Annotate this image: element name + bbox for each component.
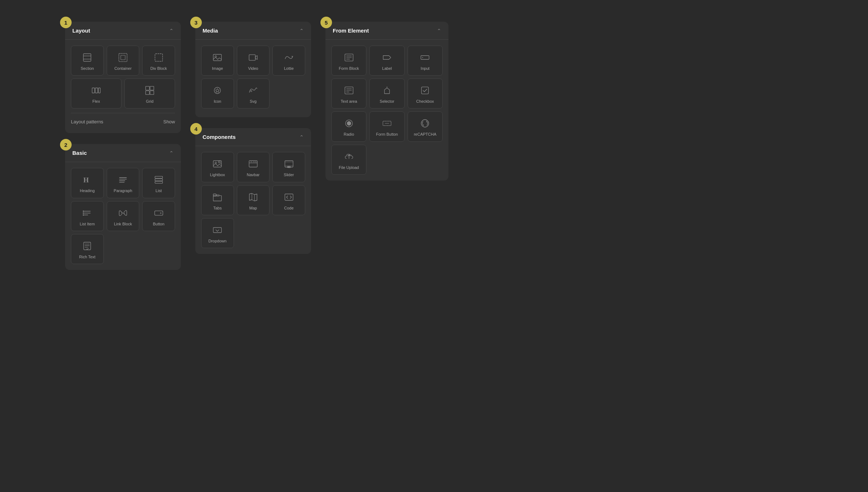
svg-rect-19 <box>155 179 162 181</box>
formbutton-item[interactable]: Form Button <box>369 111 404 141</box>
icon-label: Icon <box>214 99 221 104</box>
listitem-item[interactable]: List Item <box>71 201 104 231</box>
svg-rect-10 <box>150 86 154 90</box>
badge-1: 1 <box>60 17 72 28</box>
tabs-label: Tabs <box>213 206 222 211</box>
svg-point-34 <box>215 56 217 57</box>
formblock-item[interactable]: Form Block <box>331 46 366 76</box>
icon-item[interactable]: Icon <box>201 79 234 109</box>
svg-rect-9 <box>146 86 150 90</box>
list-label: List <box>156 188 162 193</box>
linkblock-icon <box>117 207 129 219</box>
heading-label: Heading <box>80 188 95 193</box>
lottie-icon <box>283 52 295 63</box>
button-item[interactable]: Button <box>142 201 175 231</box>
tabs-item[interactable]: Tabs <box>201 185 234 215</box>
recaptcha-icon <box>419 118 431 129</box>
lottie-item[interactable]: Lottie <box>272 46 305 76</box>
divblock-item[interactable]: Div Block <box>142 46 175 76</box>
svg-rect-47 <box>285 161 293 167</box>
grid-item[interactable]: Grid <box>124 79 175 109</box>
heading-item[interactable]: H Heading <box>71 168 104 198</box>
form-element-panel: From Element ⌃ Form Block <box>326 22 448 181</box>
checkbox-item[interactable]: Checkbox <box>408 79 443 109</box>
checkbox-label: Checkbox <box>416 99 434 104</box>
svg-point-52 <box>289 166 291 168</box>
input-item[interactable]: Input <box>408 46 443 76</box>
label-label: Label <box>382 66 392 71</box>
layout-patterns-label: Layout patterns <box>71 119 103 124</box>
svg-text:H: H <box>84 176 89 184</box>
input-label: Input <box>421 66 429 71</box>
paragraph-icon <box>117 174 129 186</box>
svg-point-39 <box>215 162 217 164</box>
form-element-collapse-icon[interactable]: ⌃ <box>437 28 441 34</box>
components-items-grid: Lightbox Navbar <box>201 152 305 215</box>
svg-point-73 <box>347 122 351 126</box>
icon-icon <box>212 85 223 96</box>
media-items-grid: Image Video <box>201 46 305 109</box>
svg-rect-5 <box>155 54 162 62</box>
dropdown-label: Dropdown <box>208 239 226 243</box>
textarea-label: Text area <box>341 99 357 104</box>
selector-item[interactable]: Selector <box>369 79 404 109</box>
svg-rect-54 <box>213 194 216 196</box>
radio-icon <box>343 118 355 129</box>
code-item[interactable]: Code <box>272 185 305 215</box>
recaptcha-item[interactable]: reCAPTCHA <box>408 111 443 141</box>
map-item[interactable]: Map <box>237 185 270 215</box>
slider-item[interactable]: Slider <box>272 152 305 182</box>
container-item[interactable]: Container <box>107 46 140 76</box>
navbar-item[interactable]: Navbar <box>237 152 270 182</box>
radio-item[interactable]: Radio <box>331 111 366 141</box>
slider-label: Slider <box>284 173 294 177</box>
richtext-label: Rich Text <box>79 255 95 259</box>
svg-point-36 <box>214 87 221 94</box>
lottie-label: Lottie <box>284 66 294 71</box>
lightbox-item[interactable]: Lightbox <box>201 152 234 182</box>
checkbox-icon <box>419 85 431 96</box>
dropdown-icon <box>212 224 223 236</box>
flex-label: Flex <box>93 99 100 104</box>
container-label: Container <box>114 66 132 71</box>
flex-item[interactable]: Flex <box>71 79 122 109</box>
section-icon <box>81 52 93 63</box>
textarea-item[interactable]: Text area <box>331 79 366 109</box>
image-item[interactable]: Image <box>201 46 234 76</box>
label-item[interactable]: Label <box>369 46 404 76</box>
formbutton-label: Form Button <box>376 132 398 137</box>
components-collapse-icon[interactable]: ⌃ <box>299 134 304 140</box>
basic-panel: Basic ⌃ H Heading <box>65 144 181 270</box>
richtext-item[interactable]: Rich Text <box>71 234 104 264</box>
layout-patterns-show[interactable]: Show <box>163 119 175 124</box>
list-item-el[interactable]: List <box>142 168 175 198</box>
layout-collapse-icon[interactable]: ⌃ <box>169 28 174 34</box>
svg-rect-6 <box>92 88 95 93</box>
dropdown-item[interactable]: Dropdown <box>201 218 234 248</box>
paragraph-item[interactable]: Paragraph <box>107 168 140 198</box>
svg-point-26 <box>83 215 84 215</box>
svg-rect-35 <box>249 55 256 60</box>
fileupload-item[interactable]: File Upload <box>331 145 366 175</box>
svg-rect-8 <box>98 88 100 93</box>
button-label: Button <box>153 222 165 226</box>
svg-item[interactable]: Svg <box>237 79 270 109</box>
basic-collapse-icon[interactable]: ⌃ <box>169 150 174 156</box>
linkblock-label: Link Block <box>114 222 132 226</box>
svg-rect-3 <box>119 54 127 62</box>
media-collapse-icon[interactable]: ⌃ <box>299 28 304 34</box>
slider-icon <box>283 158 295 170</box>
listitem-label: List Item <box>80 222 95 226</box>
divblock-icon <box>153 52 165 63</box>
label-icon <box>381 52 393 63</box>
svg-rect-58 <box>285 194 293 200</box>
linkblock-item[interactable]: Link Block <box>107 201 140 231</box>
media-panel-title: Media <box>203 27 218 34</box>
video-item[interactable]: Video <box>237 46 270 76</box>
layout-items-grid2: Flex Grid <box>71 79 175 109</box>
svg-rect-18 <box>155 177 162 178</box>
components-panel-title: Components <box>203 134 236 140</box>
section-item[interactable]: Section <box>71 46 104 76</box>
svg-rect-59 <box>213 228 222 233</box>
svg-rect-4 <box>121 55 125 60</box>
